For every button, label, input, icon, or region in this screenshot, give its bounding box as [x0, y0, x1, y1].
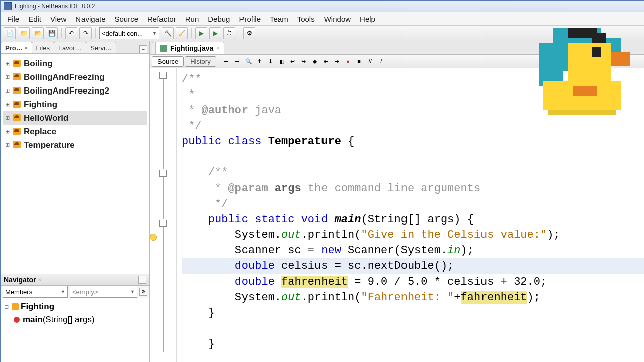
- config-combo[interactable]: <default con...▼: [99, 27, 159, 39]
- main-toolbar: 📄 📁 📂 💾 ↶ ↷ <default con...▼ 🔨 🧹 ▶ ▶ ⏱ ⚙: [1, 26, 644, 41]
- projects-tree[interactable]: ⊞Boiling ⊞BoilingAndFreezing ⊞BoilingAnd…: [1, 54, 149, 274]
- debug-icon[interactable]: ▶: [209, 27, 221, 39]
- menu-window[interactable]: Window: [319, 13, 355, 25]
- shift-left-icon[interactable]: ⇤: [321, 56, 331, 66]
- editor-toolbar: Source History ⬅ ➡ 🔍 ⬆ ⬇ ◧ ↩ ↪ ◆ ⇤ ⇥ ● ■…: [150, 55, 644, 68]
- project-boilingandfreezing2[interactable]: ⊞BoilingAndFreezing2: [3, 84, 147, 98]
- prev-bookmark-icon[interactable]: ↩: [288, 56, 298, 66]
- navigator-tree[interactable]: ⊟Fighting main(String[] args): [1, 298, 149, 362]
- new-project-icon[interactable]: 📁: [18, 27, 30, 39]
- fold-icon[interactable]: −: [159, 170, 167, 177]
- hint-bulb-icon[interactable]: [150, 234, 157, 241]
- find-selection-icon[interactable]: 🔍: [244, 56, 254, 66]
- shift-right-icon[interactable]: ⇥: [332, 56, 342, 66]
- close-icon[interactable]: ×: [38, 277, 41, 283]
- minimize-panel-icon[interactable]: –: [139, 45, 147, 53]
- editor-tabs: Fighting.java ×: [150, 41, 644, 55]
- uncomment-icon[interactable]: /: [376, 56, 386, 66]
- members-combo[interactable]: Members▼: [3, 286, 68, 298]
- next-bookmark-icon[interactable]: ↪: [299, 56, 309, 66]
- app-icon: [4, 2, 12, 10]
- find-next-icon[interactable]: ⬇: [266, 56, 276, 66]
- redo-icon[interactable]: ↷: [79, 27, 92, 39]
- tab-favorites[interactable]: Favor…: [54, 42, 86, 53]
- nav-main-method[interactable]: main(String[] args): [3, 313, 147, 326]
- method-icon: [14, 317, 20, 323]
- undo-icon[interactable]: ↶: [65, 27, 77, 39]
- class-icon: [12, 303, 19, 310]
- find-prev-icon[interactable]: ⬆: [255, 56, 265, 66]
- minimize-navigator-icon[interactable]: –: [138, 276, 146, 284]
- code-editor[interactable]: − − − /** * * @author java */ public cla…: [150, 68, 644, 362]
- clean-build-icon[interactable]: 🧹: [176, 27, 188, 39]
- editor-tab-fighting[interactable]: Fighting.java ×: [155, 42, 224, 54]
- menu-file[interactable]: File: [3, 13, 24, 25]
- project-fighting[interactable]: ⊞Fighting: [3, 98, 147, 111]
- project-replace[interactable]: ⊞Replace: [3, 125, 147, 138]
- project-boiling[interactable]: ⊞Boiling: [3, 57, 147, 70]
- navigator-header: Navigator× –: [1, 274, 149, 286]
- menu-run[interactable]: Run: [181, 13, 204, 25]
- save-all-icon[interactable]: 💾: [46, 27, 58, 39]
- close-tab-icon[interactable]: ×: [216, 45, 219, 51]
- filter-combo[interactable]: <empty>▼: [70, 286, 137, 298]
- nav-fwd-icon[interactable]: ➡: [232, 56, 243, 66]
- menu-view[interactable]: View: [46, 13, 71, 25]
- tab-projects[interactable]: Pro…×: [1, 42, 32, 53]
- menu-team[interactable]: Team: [265, 13, 293, 25]
- fold-icon[interactable]: −: [159, 72, 167, 79]
- menu-source[interactable]: Source: [110, 13, 143, 25]
- menu-debug[interactable]: Debug: [203, 13, 234, 25]
- source-view-tab[interactable]: Source: [152, 56, 184, 67]
- macro-rec-icon[interactable]: ●: [343, 56, 353, 66]
- java-file-icon: [160, 45, 167, 52]
- project-boilingandfreezing[interactable]: ⊞BoilingAndFreezing: [3, 70, 147, 84]
- run-icon[interactable]: ▶: [195, 27, 207, 39]
- nav-class[interactable]: ⊟Fighting: [3, 300, 147, 313]
- macro-stop-icon[interactable]: ■: [354, 56, 364, 66]
- toggle-highlight-icon[interactable]: ◧: [277, 56, 287, 66]
- menu-navigate[interactable]: Navigate: [71, 13, 110, 25]
- menu-refactor[interactable]: Refactor: [143, 13, 181, 25]
- attach-debugger-icon[interactable]: ⚙: [243, 27, 255, 39]
- menu-edit[interactable]: Edit: [24, 13, 46, 25]
- nav-back-icon[interactable]: ⬅: [221, 56, 231, 66]
- comment-icon[interactable]: //: [365, 56, 375, 66]
- window-title: Fighting - NetBeans IDE 8.0.2: [15, 3, 95, 10]
- menu-help[interactable]: Help: [355, 13, 380, 25]
- menu-profile[interactable]: Profile: [234, 13, 265, 25]
- tab-scroll-left-icon[interactable]: [152, 42, 155, 54]
- titlebar: Fighting - NetBeans IDE 8.0.2: [1, 1, 644, 12]
- project-helloworld[interactable]: ⊞HelloWorld: [3, 111, 147, 125]
- build-icon[interactable]: 🔨: [162, 27, 174, 39]
- profile-icon[interactable]: ⏱: [223, 27, 235, 39]
- tab-files[interactable]: Files: [32, 42, 54, 53]
- projects-tabs: Pro…× Files Favor… Servi… –: [1, 41, 149, 54]
- menubar: File Edit View Navigate Source Refactor …: [1, 12, 644, 26]
- new-file-icon[interactable]: 📄: [4, 27, 16, 39]
- fold-icon[interactable]: −: [159, 220, 167, 227]
- history-view-tab[interactable]: History: [185, 56, 216, 67]
- toggle-bookmark-icon[interactable]: ◆: [310, 56, 320, 66]
- nav-settings-icon[interactable]: ⚙: [139, 288, 147, 296]
- menu-tools[interactable]: Tools: [293, 13, 319, 25]
- tab-services[interactable]: Servi…: [86, 42, 116, 53]
- editor-gutter[interactable]: − − −: [150, 68, 177, 362]
- open-icon[interactable]: 📂: [32, 27, 44, 39]
- project-temperature[interactable]: ⊞Temperature: [3, 138, 147, 152]
- code-content[interactable]: /** * * @author java */ public class Tem…: [177, 68, 644, 362]
